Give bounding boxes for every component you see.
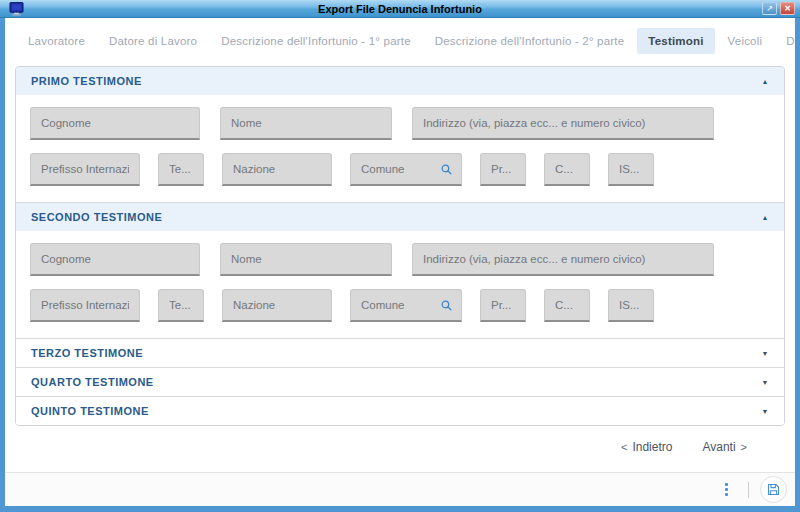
indirizzo-input[interactable] <box>412 243 714 276</box>
tab-datore-di-lavoro[interactable]: Datore di Lavoro <box>98 28 208 54</box>
section-body-primo-testimone <box>16 95 784 202</box>
fields-row-2 <box>30 153 770 186</box>
footer-divider <box>748 482 749 498</box>
section-title: PRIMO TESTIMONE <box>31 75 142 87</box>
cognome-input[interactable] <box>30 107 200 140</box>
prefisso-internazionale-input[interactable] <box>30 289 140 322</box>
fields-row-1 <box>30 107 770 140</box>
save-button[interactable] <box>760 476 787 503</box>
cognome-input[interactable] <box>30 243 200 276</box>
titlebar: Export File Denuncia Infortunio ↗ ✕ <box>0 0 800 18</box>
tab-descrizione-infortunio-1[interactable]: Descrizione dell'Infortunio - 1° parte <box>210 28 422 54</box>
section-title: QUARTO TESTIMONE <box>31 376 154 388</box>
nome-input[interactable] <box>220 107 392 140</box>
indietro-button[interactable]: < Indietro <box>621 440 672 454</box>
comune-input[interactable] <box>351 290 440 320</box>
collapse-arrow-icon: ▲ <box>762 214 769 221</box>
maximize-icon: ↗ <box>766 3 773 14</box>
provincia-input[interactable] <box>480 153 526 186</box>
close-button[interactable]: ✕ <box>780 2 795 15</box>
section-header-secondo-testimone[interactable]: SECONDO TESTIMONE ▲ <box>16 202 784 231</box>
chevron-left-icon: < <box>621 441 627 453</box>
window-title: Export File Denuncia Infortunio <box>0 3 800 15</box>
avanti-label: Avanti <box>702 440 735 454</box>
chevron-right-icon: > <box>741 441 747 453</box>
kebab-icon <box>725 483 728 486</box>
search-icon[interactable] <box>440 163 453 176</box>
cap-input[interactable] <box>544 153 590 186</box>
window-controls: ↗ ✕ <box>762 2 795 15</box>
istat-input[interactable] <box>608 153 654 186</box>
section-title: QUINTO TESTIMONE <box>31 405 149 417</box>
nome-input[interactable] <box>220 243 392 276</box>
collapse-arrow-icon: ▲ <box>762 78 769 85</box>
comune-field <box>350 153 462 186</box>
section-body-secondo-testimone <box>16 231 784 338</box>
section-title: SECONDO TESTIMONE <box>31 211 162 223</box>
telefono-input[interactable] <box>158 289 204 322</box>
footer-toolbar <box>5 472 795 506</box>
tab-bar: Lavoratore Datore di Lavoro Descrizione … <box>5 18 795 58</box>
indirizzo-input[interactable] <box>412 107 714 140</box>
more-options-button[interactable] <box>715 479 737 501</box>
expand-arrow-icon: ▼ <box>762 350 769 357</box>
provincia-input[interactable] <box>480 289 526 322</box>
prefisso-internazionale-input[interactable] <box>30 153 140 186</box>
tab-dati-retributivi[interactable]: Dati Retributivi <box>775 28 795 54</box>
search-icon[interactable] <box>440 299 453 312</box>
expand-arrow-icon: ▼ <box>762 408 769 415</box>
app-window: Export File Denuncia Infortunio ↗ ✕ Lavo… <box>0 0 800 512</box>
cap-input[interactable] <box>544 289 590 322</box>
section-title: TERZO TESTIMONE <box>31 347 143 359</box>
tab-veicoli[interactable]: Veicoli <box>717 28 774 54</box>
expand-arrow-icon: ▼ <box>762 379 769 386</box>
window-content: Lavoratore Datore di Lavoro Descrizione … <box>5 18 795 506</box>
comune-field <box>350 289 462 322</box>
indietro-label: Indietro <box>632 440 672 454</box>
wizard-nav: < Indietro Avanti > <box>5 426 795 454</box>
telefono-input[interactable] <box>158 153 204 186</box>
istat-input[interactable] <box>608 289 654 322</box>
fields-row-1 <box>30 243 770 276</box>
fields-row-2 <box>30 289 770 322</box>
save-icon <box>766 482 781 497</box>
tab-descrizione-infortunio-2[interactable]: Descrizione dell'Infortunio - 2° parte <box>424 28 636 54</box>
section-header-terzo-testimone[interactable]: TERZO TESTIMONE ▼ <box>16 338 784 367</box>
tab-testimoni[interactable]: Testimoni <box>637 28 714 54</box>
nazione-input[interactable] <box>222 153 332 186</box>
section-header-quarto-testimone[interactable]: QUARTO TESTIMONE ▼ <box>16 367 784 396</box>
close-icon: ✕ <box>784 3 791 14</box>
testimoni-accordion: PRIMO TESTIMONE ▲ <box>15 66 785 426</box>
nazione-input[interactable] <box>222 289 332 322</box>
tab-lavoratore[interactable]: Lavoratore <box>17 28 96 54</box>
comune-input[interactable] <box>351 154 440 184</box>
section-header-primo-testimone[interactable]: PRIMO TESTIMONE ▲ <box>16 67 784 95</box>
section-header-quinto-testimone[interactable]: QUINTO TESTIMONE ▼ <box>16 396 784 425</box>
maximize-button[interactable]: ↗ <box>762 2 777 15</box>
avanti-button[interactable]: Avanti > <box>702 440 747 454</box>
